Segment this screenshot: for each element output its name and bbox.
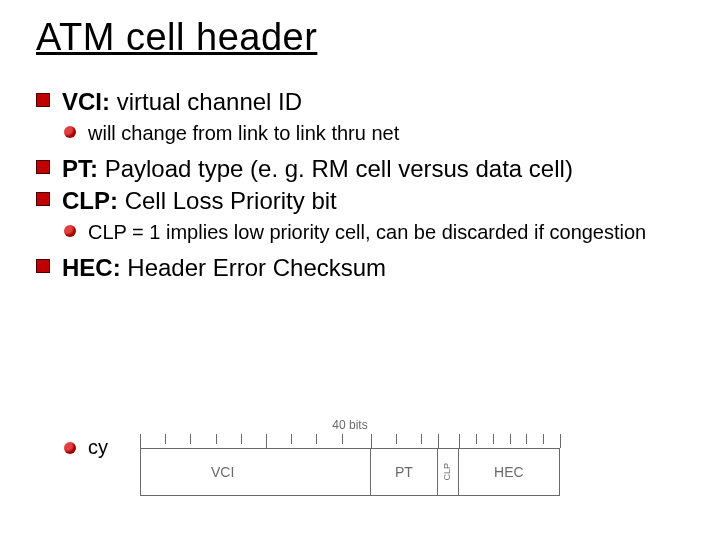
bit-ruler — [140, 434, 560, 448]
hec-sub-fragment-text: cy — [88, 436, 108, 458]
square-bullet-icon — [36, 192, 50, 206]
field-clp-label: CLP — [443, 463, 452, 481]
hec-label: HEC: — [62, 254, 121, 281]
vci-text: virtual channel ID — [110, 88, 302, 115]
field-vci: VCI — [141, 449, 371, 495]
bullet-vci-sub: will change from link to link thru net — [36, 120, 684, 146]
clp-sub-text: CLP = 1 implies low priority cell, can b… — [88, 221, 646, 243]
bullet-clp: CLP: Cell Loss Priority bit — [36, 186, 684, 217]
cell-header-figure: 40 bits VCI PT CLP — [140, 418, 560, 496]
bullet-hec-sub-fragment: cy — [88, 436, 108, 459]
figure-caption: 40 bits — [140, 418, 560, 432]
bullet-clp-sub: CLP = 1 implies low priority cell, can b… — [36, 219, 684, 245]
field-clp: CLP — [438, 449, 459, 495]
bullet-vci: VCI: virtual channel ID — [36, 87, 684, 118]
slide-title: ATM cell header — [36, 16, 684, 59]
field-pt: PT — [371, 449, 438, 495]
field-hec: HEC — [459, 449, 559, 495]
bullet-hec: HEC: Header Error Checksum — [36, 253, 684, 284]
circle-bullet-icon — [64, 126, 76, 138]
square-bullet-icon — [36, 160, 50, 174]
header-fields-row: VCI PT CLP HEC — [140, 448, 560, 496]
vci-label: VCI: — [62, 88, 110, 115]
pt-label: PT: — [62, 155, 98, 182]
square-bullet-icon — [36, 93, 50, 107]
clp-text: Cell Loss Priority bit — [118, 187, 337, 214]
hec-text: Header Error Checksum — [121, 254, 386, 281]
circle-bullet-icon — [64, 225, 76, 237]
pt-text: Payload type (e. g. RM cell versus data … — [98, 155, 573, 182]
circle-bullet-icon — [64, 442, 76, 454]
clp-label: CLP: — [62, 187, 118, 214]
bullet-pt: PT: Payload type (e. g. RM cell versus d… — [36, 154, 684, 185]
body-list: VCI: virtual channel ID will change from… — [36, 87, 684, 284]
square-bullet-icon — [36, 259, 50, 273]
vci-sub-text: will change from link to link thru net — [88, 122, 399, 144]
